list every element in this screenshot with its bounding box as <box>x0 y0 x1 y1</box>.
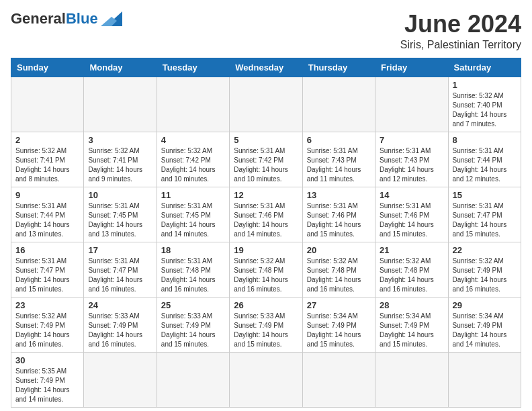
calendar-body: 1Sunrise: 5:32 AMSunset: 7:40 PMDaylight… <box>11 77 521 407</box>
day-number: 5 <box>234 135 298 145</box>
day-info: Sunrise: 5:31 AMSunset: 7:43 PMDaylight:… <box>380 146 443 184</box>
calendar-day-cell: 19Sunrise: 5:32 AMSunset: 7:48 PMDayligh… <box>230 242 302 297</box>
day-info: Sunrise: 5:33 AMSunset: 7:49 PMDaylight:… <box>234 312 298 349</box>
calendar-day-cell: 17Sunrise: 5:31 AMSunset: 7:47 PMDayligh… <box>84 242 157 297</box>
calendar-day-cell: 2Sunrise: 5:32 AMSunset: 7:41 PMDaylight… <box>11 132 84 187</box>
day-number: 7 <box>380 135 443 145</box>
calendar-day-cell: 26Sunrise: 5:33 AMSunset: 7:49 PMDayligh… <box>230 297 302 352</box>
logo-area: GeneralBlue <box>11 11 122 27</box>
weekday-header-tuesday: Tuesday <box>157 58 229 77</box>
day-info: Sunrise: 5:32 AMSunset: 7:48 PMDaylight:… <box>234 257 298 294</box>
day-number: 18 <box>161 245 225 255</box>
day-info: Sunrise: 5:35 AMSunset: 7:49 PMDaylight:… <box>15 367 79 404</box>
weekday-header-monday: Monday <box>84 58 157 77</box>
day-number: 30 <box>15 355 79 365</box>
calendar-day-cell: 5Sunrise: 5:31 AMSunset: 7:42 PMDaylight… <box>230 132 302 187</box>
calendar-day-cell <box>375 352 448 407</box>
day-number: 25 <box>161 300 225 310</box>
calendar-day-cell: 15Sunrise: 5:31 AMSunset: 7:47 PMDayligh… <box>448 187 521 242</box>
logo-blue: Blue <box>66 10 98 27</box>
calendar-day-cell: 10Sunrise: 5:31 AMSunset: 7:45 PMDayligh… <box>84 187 157 242</box>
calendar-day-cell: 13Sunrise: 5:31 AMSunset: 7:46 PMDayligh… <box>302 187 375 242</box>
calendar-day-cell: 12Sunrise: 5:31 AMSunset: 7:46 PMDayligh… <box>230 187 302 242</box>
day-number: 8 <box>453 135 517 145</box>
calendar-day-cell: 21Sunrise: 5:32 AMSunset: 7:48 PMDayligh… <box>375 242 448 297</box>
day-info: Sunrise: 5:31 AMSunset: 7:47 PMDaylight:… <box>453 201 517 239</box>
day-number: 21 <box>380 245 443 255</box>
calendar-day-cell: 20Sunrise: 5:32 AMSunset: 7:48 PMDayligh… <box>302 242 375 297</box>
day-number: 23 <box>15 300 79 310</box>
weekday-header-thursday: Thursday <box>302 58 375 77</box>
day-info: Sunrise: 5:31 AMSunset: 7:44 PMDaylight:… <box>453 146 517 184</box>
day-info: Sunrise: 5:31 AMSunset: 7:42 PMDaylight:… <box>234 146 298 184</box>
calendar-week-row: 16Sunrise: 5:31 AMSunset: 7:47 PMDayligh… <box>11 242 521 297</box>
calendar-day-cell <box>448 352 521 407</box>
day-info: Sunrise: 5:31 AMSunset: 7:45 PMDaylight:… <box>88 201 152 239</box>
weekday-row: SundayMondayTuesdayWednesdayThursdayFrid… <box>11 58 521 77</box>
day-number: 20 <box>307 245 371 255</box>
day-info: Sunrise: 5:34 AMSunset: 7:49 PMDaylight:… <box>307 312 371 349</box>
day-number: 4 <box>161 135 225 145</box>
day-info: Sunrise: 5:31 AMSunset: 7:44 PMDaylight:… <box>15 201 79 239</box>
day-number: 19 <box>234 245 298 255</box>
calendar-day-cell: 9Sunrise: 5:31 AMSunset: 7:44 PMDaylight… <box>11 187 84 242</box>
calendar-week-row: 1Sunrise: 5:32 AMSunset: 7:40 PMDaylight… <box>11 77 521 132</box>
calendar-day-cell: 11Sunrise: 5:31 AMSunset: 7:45 PMDayligh… <box>157 187 229 242</box>
calendar-day-cell: 3Sunrise: 5:32 AMSunset: 7:41 PMDaylight… <box>84 132 157 187</box>
page-header: GeneralBlue June 2024 Siris, Palestinian… <box>11 11 521 51</box>
day-number: 16 <box>15 245 79 255</box>
day-info: Sunrise: 5:31 AMSunset: 7:48 PMDaylight:… <box>161 257 225 294</box>
weekday-header-wednesday: Wednesday <box>230 58 302 77</box>
calendar-day-cell: 8Sunrise: 5:31 AMSunset: 7:44 PMDaylight… <box>448 132 521 187</box>
day-number: 2 <box>15 135 79 145</box>
day-info: Sunrise: 5:31 AMSunset: 7:47 PMDaylight:… <box>15 257 79 294</box>
calendar-week-row: 9Sunrise: 5:31 AMSunset: 7:44 PMDaylight… <box>11 187 521 242</box>
day-info: Sunrise: 5:32 AMSunset: 7:40 PMDaylight:… <box>453 91 517 129</box>
day-info: Sunrise: 5:32 AMSunset: 7:49 PMDaylight:… <box>453 257 517 294</box>
calendar-day-cell: 23Sunrise: 5:32 AMSunset: 7:49 PMDayligh… <box>11 297 84 352</box>
calendar-day-cell: 28Sunrise: 5:34 AMSunset: 7:49 PMDayligh… <box>375 297 448 352</box>
calendar-day-cell: 30Sunrise: 5:35 AMSunset: 7:49 PMDayligh… <box>11 352 84 407</box>
day-info: Sunrise: 5:32 AMSunset: 7:41 PMDaylight:… <box>15 146 79 184</box>
day-info: Sunrise: 5:32 AMSunset: 7:41 PMDaylight:… <box>88 146 152 184</box>
day-number: 1 <box>453 80 517 90</box>
calendar-day-cell: 29Sunrise: 5:34 AMSunset: 7:49 PMDayligh… <box>448 297 521 352</box>
day-number: 9 <box>15 190 79 200</box>
location-subtitle: Siris, Palestinian Territory <box>400 39 521 51</box>
day-number: 28 <box>380 300 443 310</box>
day-info: Sunrise: 5:31 AMSunset: 7:47 PMDaylight:… <box>88 257 152 294</box>
day-number: 26 <box>234 300 298 310</box>
day-number: 3 <box>88 135 152 145</box>
calendar-day-cell: 6Sunrise: 5:31 AMSunset: 7:43 PMDaylight… <box>302 132 375 187</box>
day-info: Sunrise: 5:33 AMSunset: 7:49 PMDaylight:… <box>88 312 152 349</box>
calendar-day-cell: 4Sunrise: 5:32 AMSunset: 7:42 PMDaylight… <box>157 132 229 187</box>
calendar-day-cell: 27Sunrise: 5:34 AMSunset: 7:49 PMDayligh… <box>302 297 375 352</box>
day-number: 24 <box>88 300 152 310</box>
day-info: Sunrise: 5:34 AMSunset: 7:49 PMDaylight:… <box>380 312 443 349</box>
calendar-day-cell <box>375 77 448 132</box>
day-number: 14 <box>380 190 443 200</box>
calendar-day-cell <box>157 77 229 132</box>
logo-text: GeneralBlue <box>11 11 98 27</box>
calendar-day-cell: 24Sunrise: 5:33 AMSunset: 7:49 PMDayligh… <box>84 297 157 352</box>
day-info: Sunrise: 5:32 AMSunset: 7:48 PMDaylight:… <box>307 257 371 294</box>
logo-general: General <box>11 10 66 27</box>
day-number: 22 <box>453 245 517 255</box>
day-number: 11 <box>161 190 225 200</box>
day-number: 29 <box>453 300 517 310</box>
day-number: 10 <box>88 190 152 200</box>
calendar-header: SundayMondayTuesdayWednesdayThursdayFrid… <box>11 58 521 77</box>
calendar-day-cell: 7Sunrise: 5:31 AMSunset: 7:43 PMDaylight… <box>375 132 448 187</box>
calendar-day-cell <box>11 77 84 132</box>
calendar-table: SundayMondayTuesdayWednesdayThursdayFrid… <box>11 58 521 408</box>
title-area: June 2024 Siris, Palestinian Territory <box>400 11 521 51</box>
day-number: 6 <box>307 135 371 145</box>
weekday-header-sunday: Sunday <box>11 58 84 77</box>
calendar-week-row: 23Sunrise: 5:32 AMSunset: 7:49 PMDayligh… <box>11 297 521 352</box>
calendar-day-cell <box>230 77 302 132</box>
calendar-day-cell: 16Sunrise: 5:31 AMSunset: 7:47 PMDayligh… <box>11 242 84 297</box>
calendar-day-cell <box>84 352 157 407</box>
day-info: Sunrise: 5:32 AMSunset: 7:48 PMDaylight:… <box>380 257 443 294</box>
calendar-day-cell <box>302 77 375 132</box>
weekday-header-friday: Friday <box>375 58 448 77</box>
